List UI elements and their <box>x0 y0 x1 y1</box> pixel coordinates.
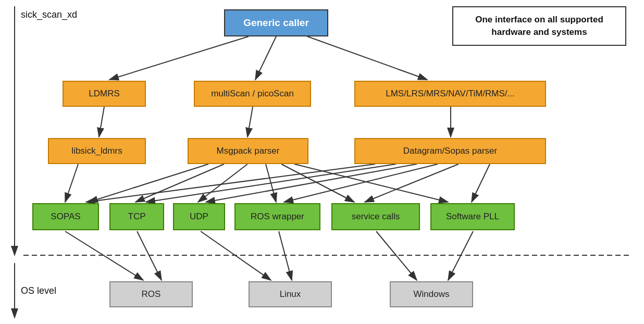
svg-line-11 <box>135 164 224 202</box>
svg-line-25 <box>201 231 271 280</box>
linux-label: Linux <box>280 289 301 300</box>
service-calls-box: service calls <box>331 203 420 230</box>
tcp-box: TCP <box>109 203 164 230</box>
ldmrs-box: LDMRS <box>63 81 146 107</box>
generic-caller-box: Generic caller <box>224 9 328 36</box>
svg-line-28 <box>448 231 473 280</box>
svg-line-17 <box>146 164 396 202</box>
lms-label: LMS/LRS/MRS/NAV/TiM/RMS/... <box>386 89 514 99</box>
svg-line-9 <box>65 164 78 202</box>
svg-line-16 <box>86 164 375 202</box>
svg-line-15 <box>294 164 448 202</box>
multiscan-label: multiScan / picoScan <box>211 89 294 99</box>
tcp-label: TCP <box>128 211 146 222</box>
svg-line-13 <box>266 164 276 202</box>
svg-line-5 <box>307 36 427 80</box>
windows-label: Windows <box>414 289 450 300</box>
sopas-box: SOPAS <box>32 203 99 230</box>
datagram-box: Datagram/Sopas parser <box>354 138 546 164</box>
libsick-label: libsick_ldmrs <box>71 146 122 156</box>
udp-box: UDP <box>173 203 225 230</box>
svg-line-14 <box>281 164 354 202</box>
info-box: One interface on all supportedhardware a… <box>452 6 626 46</box>
service-calls-label: service calls <box>352 211 400 222</box>
os-level-label: OS level <box>21 285 56 296</box>
svg-line-4 <box>255 36 276 80</box>
svg-line-26 <box>279 231 292 280</box>
svg-line-3 <box>109 36 249 80</box>
svg-line-21 <box>472 164 490 202</box>
software-pll-label: Software PLL <box>446 211 499 222</box>
ros-wrapper-label: ROS wrapper <box>251 211 304 222</box>
windows-box: Windows <box>390 281 473 307</box>
multiscan-box: multiScan / picoScan <box>194 81 311 107</box>
ldmrs-label: LDMRS <box>89 89 120 99</box>
libsick-box: libsick_ldmrs <box>48 138 146 164</box>
software-pll-box: Software PLL <box>430 203 515 230</box>
svg-line-12 <box>198 164 247 202</box>
svg-line-24 <box>137 231 162 280</box>
svg-line-20 <box>365 164 459 202</box>
ros-wrapper-box: ROS wrapper <box>234 203 320 230</box>
linux-box: Linux <box>249 281 332 307</box>
msgpack-label: Msgpack parser <box>217 146 280 156</box>
udp-label: UDP <box>190 211 208 222</box>
ros-label: ROS <box>142 289 161 300</box>
svg-line-10 <box>89 164 208 202</box>
svg-line-6 <box>99 107 104 137</box>
datagram-label: Datagram/Sopas parser <box>403 146 497 156</box>
msgpack-box: Msgpack parser <box>188 138 308 164</box>
svg-line-19 <box>284 164 438 202</box>
lms-box: LMS/LRS/MRS/NAV/TiM/RMS/... <box>354 81 546 107</box>
svg-line-23 <box>65 231 143 280</box>
svg-line-7 <box>247 107 253 137</box>
ros-box: ROS <box>109 281 193 307</box>
diagram-container: sick_scan_xd Generic caller One interfac… <box>0 0 644 324</box>
generic-caller-label: Generic caller <box>243 17 309 29</box>
svg-line-18 <box>206 164 417 202</box>
info-box-label: One interface on all supportedhardware a… <box>475 14 603 39</box>
sick-scan-xd-label: sick_scan_xd <box>21 9 77 20</box>
sopas-label: SOPAS <box>51 211 80 222</box>
svg-line-27 <box>376 231 417 280</box>
